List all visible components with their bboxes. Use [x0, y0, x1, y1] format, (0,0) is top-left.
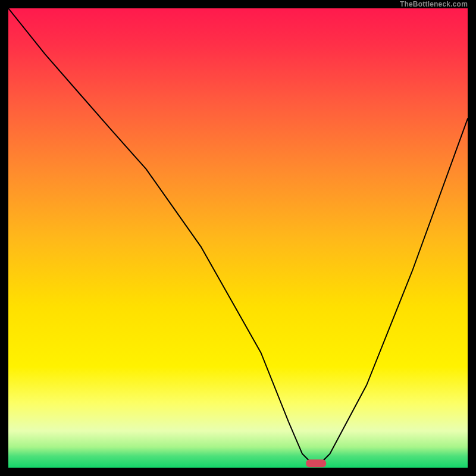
chart-svg — [8, 8, 468, 468]
watermark-label: TheBottleneck.com — [400, 0, 468, 8]
bottleneck-curve — [8, 8, 468, 463]
optimum-marker — [306, 459, 326, 467]
chart-plot-area — [8, 8, 468, 468]
chart-frame: TheBottleneck.com — [0, 0, 476, 476]
